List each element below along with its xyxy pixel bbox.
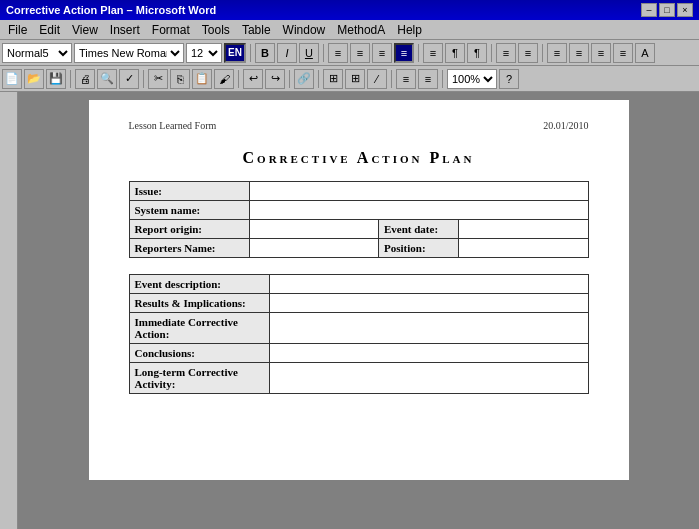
- eventdate-value: [459, 220, 589, 239]
- title-buttons[interactable]: – □ ×: [641, 3, 693, 17]
- formatting-toolbar: Normal5 Times New Roman 12 EN B I U ≡ ≡ …: [0, 40, 699, 66]
- reporters-label: Reporters Name:: [129, 239, 249, 258]
- help-btn[interactable]: ?: [499, 69, 519, 89]
- drawing-button[interactable]: ∕: [367, 69, 387, 89]
- left-ruler: [0, 92, 18, 529]
- font-select[interactable]: Times New Roman: [74, 43, 184, 63]
- font-color-button[interactable]: A: [635, 43, 655, 63]
- reportorigin-value: [249, 220, 379, 239]
- save-button[interactable]: 💾: [46, 69, 66, 89]
- bold-button[interactable]: B: [255, 43, 275, 63]
- print-preview-button[interactable]: 🔍: [97, 69, 117, 89]
- spelling-button[interactable]: ✓: [119, 69, 139, 89]
- maximize-button[interactable]: □: [659, 3, 675, 17]
- menu-format[interactable]: Format: [146, 21, 196, 39]
- longterm-label: Long-term CorrectiveActivity:: [129, 363, 269, 394]
- position-value: [459, 239, 589, 258]
- showruler-button[interactable]: ≡: [418, 69, 438, 89]
- results-value: [269, 294, 588, 313]
- eventdesc-label: Event description:: [129, 275, 269, 294]
- eventdesc-value: [269, 275, 588, 294]
- separator12: [442, 70, 443, 88]
- border-button[interactable]: ≡: [591, 43, 611, 63]
- menu-methoda[interactable]: MethodA: [331, 21, 391, 39]
- print-button[interactable]: 🖨: [75, 69, 95, 89]
- reporters-value: [249, 239, 379, 258]
- header-right: 20.01/2010: [543, 120, 588, 131]
- document-scroll[interactable]: Lesson Learned Form 20.01/2010 Correctiv…: [18, 92, 699, 529]
- hyperlink-button[interactable]: 🔗: [294, 69, 314, 89]
- menu-view[interactable]: View: [66, 21, 104, 39]
- header-left: Lesson Learned Form: [129, 120, 217, 131]
- show-marks-button[interactable]: ¶: [467, 43, 487, 63]
- table-row: Results & Implications:: [129, 294, 588, 313]
- bullets-button[interactable]: ≡: [496, 43, 516, 63]
- italic-button[interactable]: I: [277, 43, 297, 63]
- minimize-button[interactable]: –: [641, 3, 657, 17]
- copy-button[interactable]: ⎘: [170, 69, 190, 89]
- systemname-label: System name:: [129, 201, 249, 220]
- table-row: Long-term CorrectiveActivity:: [129, 363, 588, 394]
- separator3: [418, 44, 419, 62]
- line-spacing-button[interactable]: ≡: [423, 43, 443, 63]
- separator6: [70, 70, 71, 88]
- redo-button[interactable]: ↪: [265, 69, 285, 89]
- undo-button[interactable]: ↩: [243, 69, 263, 89]
- highlight-button[interactable]: ≡: [613, 43, 633, 63]
- decrease-indent-button[interactable]: ≡: [547, 43, 567, 63]
- menu-bar: File Edit View Insert Format Tools Table…: [0, 20, 699, 40]
- issue-label: Issue:: [129, 182, 249, 201]
- close-button[interactable]: ×: [677, 3, 693, 17]
- eventdate-label: Event date:: [379, 220, 459, 239]
- separator: [250, 44, 251, 62]
- docmap-button[interactable]: ≡: [396, 69, 416, 89]
- align-center-button[interactable]: ≡: [350, 43, 370, 63]
- menu-window[interactable]: Window: [277, 21, 332, 39]
- form-table-2: Event description: Results & Implication…: [129, 274, 589, 394]
- menu-insert[interactable]: Insert: [104, 21, 146, 39]
- separator2: [323, 44, 324, 62]
- menu-file[interactable]: File: [2, 21, 33, 39]
- cut-button[interactable]: ✂: [148, 69, 168, 89]
- results-label: Results & Implications:: [129, 294, 269, 313]
- columns-button[interactable]: ⊞: [345, 69, 365, 89]
- separator9: [289, 70, 290, 88]
- align-right-button[interactable]: ≡: [372, 43, 392, 63]
- paste-button[interactable]: 📋: [192, 69, 212, 89]
- open-button[interactable]: 📂: [24, 69, 44, 89]
- numbering-button[interactable]: ≡: [518, 43, 538, 63]
- increase-indent-button[interactable]: ≡: [569, 43, 589, 63]
- table-row: System name:: [129, 201, 588, 220]
- align-left-button[interactable]: ≡: [328, 43, 348, 63]
- longterm-value: [269, 363, 588, 394]
- title-text: Corrective Action Plan – Microsoft Word: [6, 4, 641, 16]
- menu-table[interactable]: Table: [236, 21, 277, 39]
- separator7: [143, 70, 144, 88]
- language-button[interactable]: EN: [224, 43, 246, 63]
- title-text: Corrective Action Plan: [243, 149, 475, 166]
- menu-edit[interactable]: Edit: [33, 21, 66, 39]
- immcorrective-value: [269, 313, 588, 344]
- style-select[interactable]: Normal5: [2, 43, 72, 63]
- menu-help[interactable]: Help: [391, 21, 428, 39]
- align-justify-button[interactable]: ≡: [394, 43, 414, 63]
- show-formatting-button[interactable]: ¶: [445, 43, 465, 63]
- immcorrective-label: Immediate CorrectiveAction:: [129, 313, 269, 344]
- reportorigin-label: Report origin:: [129, 220, 249, 239]
- menu-tools[interactable]: Tools: [196, 21, 236, 39]
- document-page: Lesson Learned Form 20.01/2010 Correctiv…: [89, 100, 629, 480]
- document-title: Corrective Action Plan: [129, 149, 589, 167]
- zoom-select[interactable]: 100%: [447, 69, 497, 89]
- new-button[interactable]: 📄: [2, 69, 22, 89]
- position-label: Position:: [379, 239, 459, 258]
- document-area: Lesson Learned Form 20.01/2010 Correctiv…: [0, 92, 699, 529]
- size-select[interactable]: 12: [186, 43, 222, 63]
- underline-button[interactable]: U: [299, 43, 319, 63]
- table-row: Issue:: [129, 182, 588, 201]
- format-painter-button[interactable]: 🖌: [214, 69, 234, 89]
- separator10: [318, 70, 319, 88]
- title-bar: Corrective Action Plan – Microsoft Word …: [0, 0, 699, 20]
- table-row: Event description:: [129, 275, 588, 294]
- table-btn[interactable]: ⊞: [323, 69, 343, 89]
- table-row: Immediate CorrectiveAction:: [129, 313, 588, 344]
